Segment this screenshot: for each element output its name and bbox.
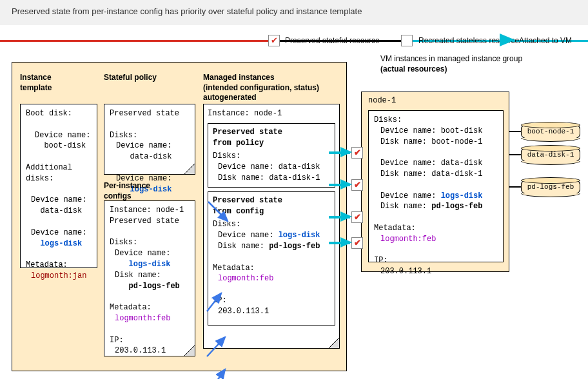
col-instance-template: Instance template Boot disk: Device name… xyxy=(20,69,97,95)
col-stateful: Stateful policy Preserved state Disks: D… xyxy=(104,69,195,86)
template-header: Instance template xyxy=(20,69,97,95)
recreated-box-icon xyxy=(401,35,413,46)
svg-line-3 xyxy=(207,369,225,379)
dog-ear-icon xyxy=(329,338,339,348)
pic-header: Per-instance configs xyxy=(104,177,150,204)
disk-data: data-disk-1 xyxy=(521,147,580,162)
attach-arrow-icon xyxy=(340,147,352,157)
vm-name: node-1 xyxy=(368,96,396,105)
check-icon: ✔ xyxy=(351,211,363,223)
preserved-from-policy: Preserved state from policy Disks: Devic… xyxy=(208,123,335,188)
vm-group-heading: VM instances in managed instance group (… xyxy=(380,54,522,74)
col-managed-instances: Managed instances(intended configuration… xyxy=(203,69,340,106)
banner: Preserved state from per-instance config… xyxy=(0,0,588,25)
attach-arrow-icon xyxy=(340,179,352,190)
disk-connector xyxy=(509,186,521,188)
preserved-from-config: Preserved state from config Disks: Devic… xyxy=(208,191,335,326)
managed-instance-panel: Instance: node-1 Preserved state from po… xyxy=(203,104,340,349)
disk-connector xyxy=(509,154,521,155)
check-icon: ✔ xyxy=(351,237,363,249)
disk-boot: boot-node-1 xyxy=(521,124,580,139)
check-icon: ✔ xyxy=(351,179,363,191)
policy-header: Stateful policy xyxy=(104,69,195,86)
attach-arrow-icon xyxy=(340,211,352,222)
vm-panel: Disks: Device name: boot-disk Disk name:… xyxy=(368,110,504,262)
legend-attached: Attached to VM xyxy=(519,36,572,45)
vm-instance-box: node-1 Disks: Device name: boot-disk Dis… xyxy=(361,92,509,272)
managed-header: Managed instances(intended configuration… xyxy=(203,69,340,106)
attach-arrow-icon xyxy=(340,237,352,248)
legend-preserved: Preserved stateful resource xyxy=(285,36,380,45)
disk-connector xyxy=(509,131,521,132)
preserved-check-icon: ✔ xyxy=(268,35,280,46)
attached-arrow-icon xyxy=(500,34,515,46)
per-instance-config-panel: Instance: node-1 Preserved state Disks: … xyxy=(104,200,195,356)
stateful-policy-panel: Preserved state Disks: Device name: data… xyxy=(104,104,195,175)
dog-ear-icon xyxy=(184,345,195,356)
dog-ear-icon xyxy=(184,164,195,174)
template-panel: Boot disk: Device name: boot-disk Additi… xyxy=(20,104,97,268)
disk-logs: pd-logs-feb xyxy=(521,179,580,195)
check-icon: ✔ xyxy=(351,147,363,159)
mig-container: Instance template Boot disk: Device name… xyxy=(12,62,347,371)
